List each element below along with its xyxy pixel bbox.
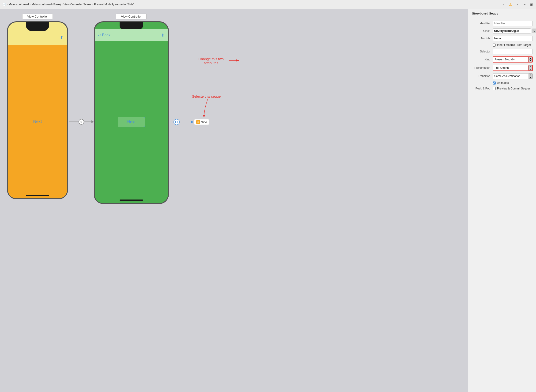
peek-pop-row: Peek & Pop Preview & Commit Segues	[468, 86, 536, 91]
right-panel: Storyboard Segue Identifier Class UIStor…	[468, 9, 536, 392]
canvas-area[interactable]: View Controller ⬆ Next ⊞	[0, 9, 468, 392]
main-area: View Controller ⬆ Next ⊞	[0, 9, 536, 392]
kind-row: Kind Present Modally ▴ ▾	[468, 55, 536, 64]
presentation-label: Presentation	[472, 66, 493, 70]
inherit-module-checkbox[interactable]	[493, 44, 496, 47]
peek-pop-checkbox[interactable]	[493, 87, 496, 90]
vc2-panel: View Controller ‹ ‹ Back ⬆ Next	[94, 14, 169, 204]
annotation-select-arrow-svg	[202, 94, 216, 122]
selector-input[interactable]	[493, 49, 533, 54]
module-value[interactable]: None ⌄	[493, 36, 533, 41]
identifier-value[interactable]	[493, 21, 533, 26]
vc1-notch	[26, 22, 49, 29]
blue-segue-inner	[175, 121, 178, 123]
right-panel-header: Storyboard Segue	[468, 9, 536, 17]
animates-label: Animates	[497, 81, 509, 84]
side-chip: ⊙ Side	[194, 119, 209, 125]
side-chip-icon: ⊙	[196, 120, 200, 124]
vc1-label: View Controller	[22, 14, 53, 19]
presentation-stepper-down[interactable]: ▾	[528, 68, 532, 70]
vc1-home-bar	[26, 195, 49, 196]
back-icon: ‹	[98, 33, 99, 37]
list-icon[interactable]: ≡	[522, 2, 527, 7]
presentation-stepper-up[interactable]: ▴	[528, 65, 532, 68]
breadcrumb-file-icon: 📄	[2, 3, 6, 6]
vc2-home-bar	[120, 200, 143, 201]
transition-stepper-up[interactable]: ▴	[529, 74, 532, 76]
transition-select[interactable]: Same As Destination	[493, 74, 528, 79]
toolbar: 📄 › Main.storyboard › Main.storyboard (B…	[0, 0, 536, 9]
share-icon: ⬆	[60, 35, 64, 41]
presentation-row: Presentation Full Screen ▴ ▾	[468, 64, 536, 72]
preview-commit-label: Preview & Commit Segues	[497, 87, 531, 90]
identifier-input[interactable]	[493, 21, 533, 26]
upload-icon: ⬆	[161, 33, 165, 38]
animates-checkbox[interactable]	[493, 81, 496, 84]
inherit-module-row: Inherit Module From Target	[468, 42, 536, 48]
warning-icon: ⚠	[508, 2, 512, 7]
segue-connector-1: ⊞	[69, 119, 94, 125]
class-row: Class UIStoryboardSegue ↻ ›	[468, 27, 536, 35]
toolbar-icons: ‹ ⚠ › ≡ ▣	[501, 2, 534, 7]
next-button-green: Next	[118, 117, 145, 127]
kind-select[interactable]: Present Modally	[493, 57, 528, 62]
breadcrumb: 📄 › Main.storyboard › Main.storyboard (B…	[2, 3, 134, 6]
breadcrumb-vc-scene[interactable]: View Controller Scene	[63, 3, 91, 6]
inherit-module-label: Inherit Module From Target	[497, 43, 531, 47]
presentation-select[interactable]: Full Screen	[493, 65, 528, 70]
class-refresh-btn[interactable]: ↻	[532, 28, 536, 33]
module-select[interactable]: None	[493, 36, 533, 41]
vc1-next-label: Next	[33, 119, 42, 124]
right-panel-body: Identifier Class UIStoryboardSegue ↻ › M…	[468, 17, 536, 392]
kind-stepper-down[interactable]: ▾	[528, 60, 532, 62]
blue-segue-circle	[173, 119, 180, 125]
transition-label: Transition	[472, 75, 493, 78]
blue-segue: ⊙ Side	[173, 119, 209, 125]
square-icon[interactable]: ▣	[529, 2, 534, 7]
identifier-label: Identifier	[472, 22, 493, 25]
transition-stepper-down[interactable]: ▾	[529, 76, 532, 79]
kind-value[interactable]: Present Modally ▴ ▾	[493, 56, 533, 62]
breadcrumb-main-storyboard-base[interactable]: Main.storyboard (Base)	[31, 3, 61, 6]
annotation-change: Change this twoattributes	[192, 57, 230, 65]
animates-row: Animates	[468, 80, 536, 86]
transition-row: Transition Same As Destination ▴ ▾	[468, 72, 536, 80]
kind-stepper-up[interactable]: ▴	[528, 57, 532, 60]
segue-icon-1: ⊞	[80, 121, 82, 123]
breadcrumb-main-storyboard[interactable]: Main.storyboard	[9, 3, 29, 6]
module-row: Module None ⌄	[468, 35, 536, 42]
selector-label: Selector	[472, 50, 493, 53]
vc2-phone: ‹ ‹ Back ⬆ Next	[94, 21, 169, 204]
nav-back-icon[interactable]: ‹	[501, 2, 506, 7]
identifier-row: Identifier	[468, 20, 536, 27]
annotation-select: Selecte this segue	[188, 94, 225, 98]
kind-label: Kind	[472, 58, 493, 61]
annotation-select-text: Selecte this segue	[192, 94, 221, 98]
breadcrumb-segue[interactable]: Present Modally segue to "Side"	[94, 3, 134, 6]
vc1-phone: ⬆ Next	[7, 21, 68, 199]
vc2-notch	[120, 22, 143, 29]
annotation-change-text: Change this twoattributes	[198, 57, 224, 65]
transition-value[interactable]: Same As Destination ▴ ▾	[493, 73, 533, 79]
segue-circle-1: ⊞	[79, 119, 84, 125]
vc2-label: View Controller	[116, 14, 147, 19]
module-label: Module	[472, 37, 493, 40]
vc1-panel: View Controller ⬆ Next	[7, 14, 68, 199]
class-label: Class	[472, 29, 493, 33]
selector-row: Selector	[468, 48, 536, 55]
class-input[interactable]	[493, 28, 531, 33]
class-value-area: UIStoryboardSegue ↻ ›	[493, 28, 536, 33]
back-label: ‹ Back	[100, 33, 110, 37]
nav-forward-icon[interactable]: ›	[515, 2, 520, 7]
presentation-value[interactable]: Full Screen ▴ ▾	[493, 65, 533, 71]
selector-value[interactable]	[493, 49, 533, 54]
peek-pop-label: Peek & Pop	[472, 87, 493, 90]
side-chip-label: Side	[201, 120, 207, 124]
